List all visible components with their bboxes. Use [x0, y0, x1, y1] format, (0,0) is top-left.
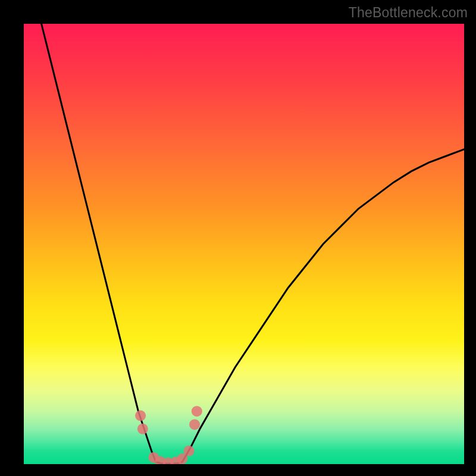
watermark-text: TheBottleneck.com	[349, 5, 468, 21]
highlight-dot	[184, 446, 195, 456]
highlight-dot	[192, 406, 202, 416]
bottleneck-curve	[42, 24, 464, 464]
highlight-dot	[189, 419, 200, 430]
marker-group	[135, 406, 202, 464]
chart-frame: TheBottleneck.com	[0, 0, 476, 476]
highlight-dot	[135, 411, 146, 421]
highlight-dot	[137, 424, 148, 434]
plot-area	[24, 24, 464, 464]
curve-svg	[24, 24, 464, 464]
curve-group	[42, 24, 464, 464]
